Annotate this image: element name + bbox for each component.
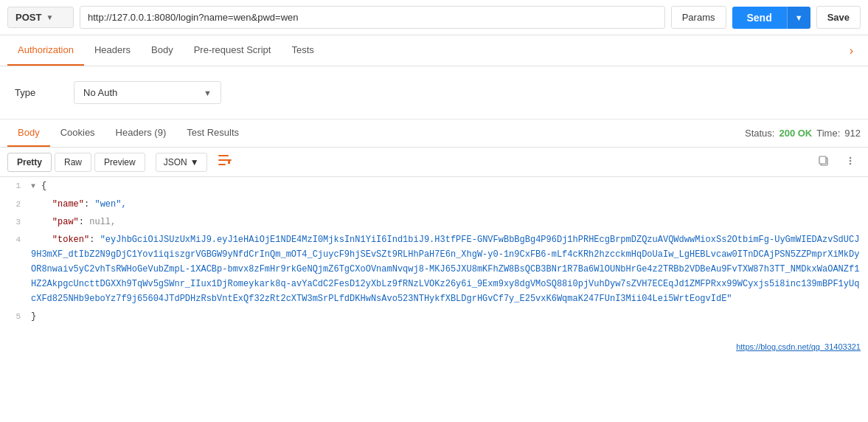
send-button-group: Send ▼ xyxy=(732,7,810,29)
rtab-test-results[interactable]: Test Results xyxy=(176,120,249,147)
status-value: 200 OK xyxy=(779,128,812,139)
tab-authorization[interactable]: Authorization xyxy=(7,35,84,66)
method-label: POST xyxy=(15,12,41,23)
method-select[interactable]: POST ▼ xyxy=(7,7,74,28)
line-number: 3 xyxy=(0,213,27,231)
response-tabs-row: Body Cookies Headers (9) Test Results St… xyxy=(0,120,868,148)
auth-row: Type No Auth ▼ xyxy=(15,81,853,104)
svg-point-5 xyxy=(850,157,852,159)
params-button[interactable]: Params xyxy=(671,6,726,29)
preview-button[interactable]: Preview xyxy=(94,153,145,172)
code-area[interactable]: 1▼ {2 "name": "wen",3 "paw": null,4 "tok… xyxy=(0,177,868,339)
response-section: Body Cookies Headers (9) Test Results St… xyxy=(0,120,868,354)
response-status: Status: 200 OK Time: 912 xyxy=(745,128,861,139)
table-row: 3 "paw": null, xyxy=(0,213,868,231)
svg-point-6 xyxy=(850,160,852,162)
rtab-headers[interactable]: Headers (9) xyxy=(105,120,177,147)
collapse-arrow[interactable]: ▼ xyxy=(31,182,40,190)
rtab-cookies[interactable]: Cookies xyxy=(50,120,105,147)
json-chevron: ▼ xyxy=(190,157,199,167)
auth-section: Type No Auth ▼ xyxy=(0,66,868,120)
json-label: JSON xyxy=(164,157,187,167)
raw-button[interactable]: Raw xyxy=(55,153,91,172)
line-number: 1 xyxy=(0,177,27,195)
tab-prerequest-script[interactable]: Pre-request Script xyxy=(184,35,282,66)
table-row: 2 "name": "wen", xyxy=(0,196,868,213)
auth-type-label: Type xyxy=(15,87,59,98)
method-chevron: ▼ xyxy=(46,13,53,21)
line-content: ▼ { xyxy=(27,177,868,196)
line-content: "name": "wen", xyxy=(27,196,868,213)
status-label: Status: xyxy=(745,128,774,139)
top-bar: POST ▼ Params Send ▼ Save xyxy=(0,0,868,35)
line-content: } xyxy=(27,308,868,325)
time-value: 912 xyxy=(844,128,861,139)
json-format-select[interactable]: JSON ▼ xyxy=(156,153,207,172)
send-button[interactable]: Send xyxy=(732,7,787,29)
more-icon[interactable] xyxy=(840,152,861,172)
tab-extra-icon: › xyxy=(842,38,861,63)
auth-type-select[interactable]: No Auth ▼ xyxy=(74,81,221,104)
wrap-icon[interactable] xyxy=(218,153,232,170)
tab-body[interactable]: Body xyxy=(141,35,184,66)
tab-headers[interactable]: Headers xyxy=(84,35,141,66)
line-number: 2 xyxy=(0,196,27,213)
tab-tests[interactable]: Tests xyxy=(281,35,324,66)
svg-rect-0 xyxy=(218,155,229,156)
copy-icon[interactable] xyxy=(813,152,834,172)
svg-point-7 xyxy=(850,163,852,165)
save-button[interactable]: Save xyxy=(816,6,861,29)
line-content: "token": "eyJhbGciOiJSUzUxMiJ9.eyJ1eHAiO… xyxy=(27,231,868,308)
url-input[interactable] xyxy=(80,6,665,29)
time-label: Time: xyxy=(816,128,840,139)
line-content: "paw": null, xyxy=(27,213,868,231)
svg-rect-2 xyxy=(218,164,226,165)
auth-type-value: No Auth xyxy=(83,87,117,98)
body-toolbar: Pretty Raw Preview JSON ▼ xyxy=(0,148,868,177)
send-dropdown-button[interactable]: ▼ xyxy=(787,7,810,29)
auth-type-chevron: ▼ xyxy=(204,89,212,97)
watermark: https://blog.csdn.net/qq_31403321 xyxy=(0,339,868,354)
rtab-body[interactable]: Body xyxy=(7,120,50,147)
table-row: 5} xyxy=(0,308,868,325)
table-row: 4 "token": "eyJhbGciOiJSUzUxMiJ9.eyJ1eHA… xyxy=(0,231,868,308)
line-number: 5 xyxy=(0,308,27,325)
pretty-button[interactable]: Pretty xyxy=(7,153,52,172)
svg-rect-4 xyxy=(819,156,826,164)
line-number: 4 xyxy=(0,231,27,249)
request-tabs-row: Authorization Headers Body Pre-request S… xyxy=(0,35,868,66)
table-row: 1▼ { xyxy=(0,177,868,196)
